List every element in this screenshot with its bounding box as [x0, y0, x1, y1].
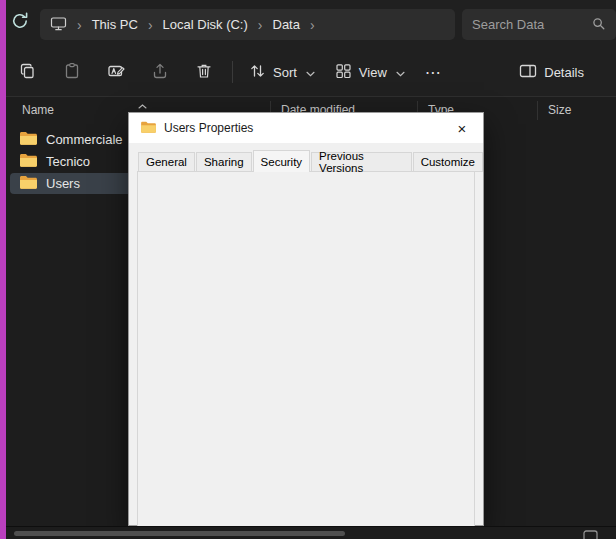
chevron-down-icon [306, 65, 315, 80]
search-placeholder: Search Data [472, 17, 591, 32]
details-pane-icon [519, 63, 537, 82]
share-icon [151, 62, 169, 83]
tab-sharing[interactable]: Sharing [196, 152, 252, 172]
folder-icon [20, 175, 37, 192]
trash-icon [195, 62, 213, 83]
file-name: Users [46, 176, 80, 191]
rename-icon [107, 62, 126, 83]
ellipsis-icon: ⋯ [425, 63, 441, 82]
tab-general[interactable]: General [138, 152, 195, 172]
column-header-size[interactable]: Size [548, 103, 571, 117]
delete-button[interactable] [182, 55, 226, 89]
column-divider[interactable] [537, 101, 538, 120]
this-pc-icon[interactable] [50, 16, 67, 34]
explorer-bottom-bar [0, 526, 616, 539]
breadcrumb-local-disk[interactable]: Local Disk (C:) [163, 17, 248, 32]
folder-icon [20, 153, 37, 170]
close-icon[interactable]: × [441, 113, 483, 143]
chevron-right-icon[interactable]: › [147, 18, 154, 32]
file-name: Commerciale [46, 132, 123, 147]
more-options-button[interactable]: ⋯ [415, 55, 451, 89]
view-label: View [359, 65, 387, 80]
status-corner-icon[interactable] [583, 528, 598, 539]
dialog-tabs: General Sharing Security Previous Versio… [138, 150, 483, 172]
details-pane-button[interactable]: Details [509, 55, 594, 89]
tab-content-panel [137, 171, 475, 531]
dialog-titlebar: Users Properties × [129, 113, 483, 143]
refresh-button[interactable] [8, 11, 32, 35]
toolbar-separator [232, 61, 233, 83]
sort-button[interactable]: Sort [239, 55, 325, 89]
breadcrumb: › This PC › Local Disk (C:) › Data › [40, 9, 455, 40]
sort-ascending-icon [138, 98, 147, 112]
sort-label: Sort [273, 65, 297, 80]
view-grid-icon [335, 63, 352, 82]
left-accent-strip [0, 0, 6, 539]
dialog-title: Users Properties [164, 121, 253, 135]
users-properties-dialog: Users Properties × General Sharing Secur… [128, 112, 484, 526]
column-header-name[interactable]: Name [22, 103, 54, 117]
command-bar: Sort View ⋯ Details [0, 48, 616, 97]
chevron-right-icon[interactable]: › [309, 18, 316, 32]
search-input[interactable]: Search Data [462, 9, 616, 40]
breadcrumb-data[interactable]: Data [273, 17, 300, 32]
chevron-right-icon[interactable]: › [257, 18, 264, 32]
tab-customize[interactable]: Customize [413, 152, 483, 172]
rename-button[interactable] [94, 55, 138, 89]
paste-button[interactable] [50, 55, 94, 89]
tab-security[interactable]: Security [253, 150, 311, 172]
share-button[interactable] [138, 55, 182, 89]
desktop-screenshot: › This PC › Local Disk (C:) › Data › Sea… [0, 0, 616, 539]
chevron-right-icon[interactable]: › [76, 18, 83, 32]
copy-icon [19, 62, 37, 83]
breadcrumb-this-pc[interactable]: This PC [92, 17, 138, 32]
chevron-down-icon [396, 65, 405, 80]
paste-icon [63, 62, 81, 83]
dialog-folder-icon [141, 121, 156, 136]
sort-icon [249, 63, 266, 82]
tab-previous-versions[interactable]: Previous Versions [311, 152, 412, 172]
search-icon[interactable] [591, 16, 606, 34]
view-button[interactable]: View [325, 55, 415, 89]
copy-button[interactable] [6, 55, 50, 89]
refresh-icon [10, 11, 30, 35]
details-label: Details [544, 65, 584, 80]
horizontal-scrollbar-thumb[interactable] [14, 531, 345, 536]
folder-icon [20, 131, 37, 148]
file-name: Tecnico [46, 154, 90, 169]
